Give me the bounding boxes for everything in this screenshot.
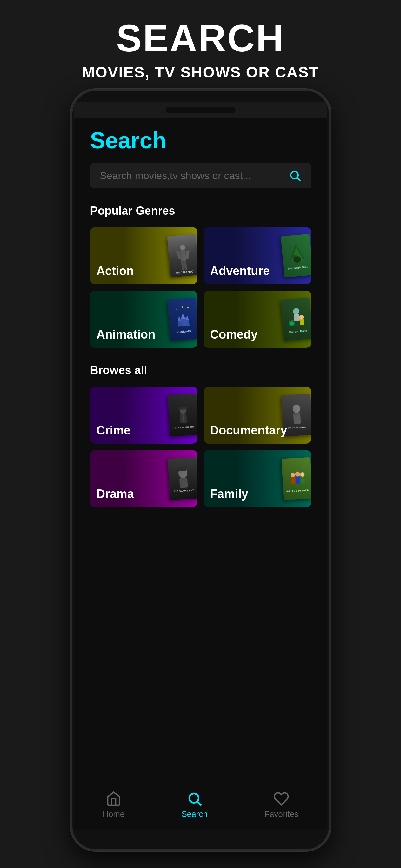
browse-all-label: Browes all (90, 364, 311, 377)
phone-frame: Search Search movies,tv shows or cast...… (70, 89, 331, 851)
genre-card-family[interactable]: Family (204, 450, 311, 507)
browse-all-section: Browes all Crime (90, 364, 311, 507)
genre-label-documentary: Documentary (210, 424, 287, 437)
genre-label-adventure: Adventure (210, 264, 270, 278)
status-bar (74, 102, 327, 118)
search-nav-icon (187, 791, 203, 807)
nav-item-home[interactable]: Home (93, 788, 134, 822)
genre-label-drama: Drama (96, 487, 134, 501)
search-icon[interactable] (288, 169, 301, 182)
app-content: Search Search movies,tv shows or cast...… (74, 118, 327, 829)
nav-label-home: Home (102, 809, 124, 819)
hero-title: SEARCH (13, 19, 388, 57)
nav-item-favorites[interactable]: Favorites (255, 788, 308, 822)
genre-card-crime[interactable]: Crime (90, 386, 197, 444)
nav-item-search[interactable]: Search (172, 788, 217, 822)
svg-line-47 (197, 802, 201, 805)
phone-notch (153, 91, 248, 102)
status-bar-pill (166, 107, 236, 113)
genre-label-animation: Animation (96, 328, 156, 341)
genre-card-action[interactable]: Action (90, 227, 197, 284)
svg-point-0 (290, 172, 298, 179)
popular-genres-label: Popular Genres (90, 204, 311, 218)
search-bar[interactable]: Search movies,tv shows or cast... (90, 163, 311, 188)
genre-label-action: Action (96, 264, 134, 278)
phone-screen: Search Search movies,tv shows or cast...… (74, 102, 327, 829)
svg-line-1 (297, 178, 300, 181)
hero-section: SEARCH MOVIES, TV SHOWS OR CAST (0, 0, 401, 91)
hero-subtitle: MOVIES, TV SHOWS OR CAST (13, 64, 388, 81)
nav-label-favorites: Favorites (265, 809, 299, 819)
genre-label-family: Family (210, 487, 248, 501)
genre-label-crime: Crime (96, 424, 131, 437)
bottom-nav: Home Search Favorites (74, 781, 327, 829)
browse-all-grid: Crime (90, 386, 311, 507)
svg-point-46 (189, 793, 198, 803)
genre-card-adventure[interactable]: Adventure (204, 227, 311, 284)
page-title: Search (90, 127, 311, 153)
home-icon (106, 791, 122, 807)
genre-card-comedy[interactable]: Comedy (204, 290, 311, 348)
genre-label-comedy: Comedy (210, 328, 258, 341)
genre-card-documentary[interactable]: Documentary (204, 386, 311, 444)
popular-genres-grid: Action (90, 227, 311, 348)
search-input[interactable]: Search movies,tv shows or cast... (100, 170, 288, 182)
genre-card-animation[interactable]: Animation (90, 290, 197, 348)
favorites-icon (273, 791, 289, 807)
nav-label-search: Search (182, 809, 208, 819)
genre-card-drama[interactable]: Drama (90, 450, 197, 507)
